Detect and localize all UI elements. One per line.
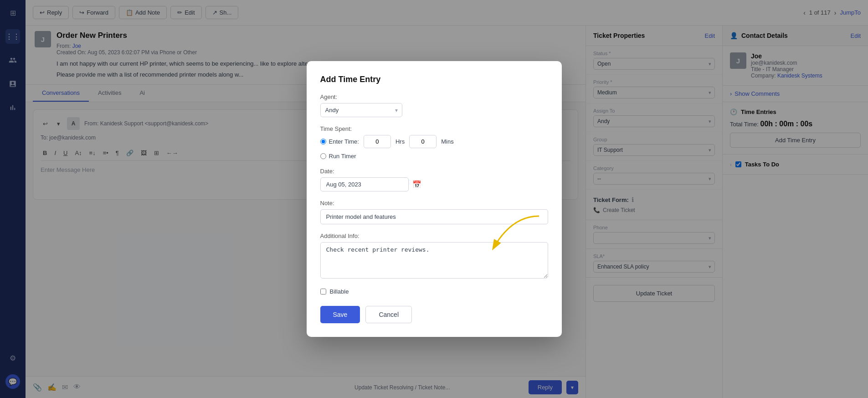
additional-info-label: Additional Info: <box>320 233 548 239</box>
additional-info-textarea[interactable]: Check recent printer reviews. <box>320 242 548 279</box>
cancel-button[interactable]: Cancel <box>365 306 412 323</box>
date-input[interactable] <box>320 177 409 191</box>
mins-label: Mins <box>441 138 453 145</box>
save-button[interactable]: Save <box>320 306 360 323</box>
note-input[interactable] <box>320 209 548 224</box>
additional-info-field: Additional Info: Check recent printer re… <box>320 233 548 280</box>
date-label: Date: <box>320 168 548 175</box>
enter-time-row: Enter Time: Hrs Mins <box>320 135 548 148</box>
note-field: Note: <box>320 200 548 224</box>
run-timer-radio[interactable] <box>320 153 326 159</box>
hours-input[interactable] <box>364 135 391 148</box>
app-wrapper: ⊞ ⋮⋮ ⚙ 💬 ↩ Reply ↪ Forward 📋 <box>0 0 868 398</box>
billable-field: Billable <box>320 288 548 295</box>
enter-time-radio-label[interactable]: Enter Time: <box>320 138 359 145</box>
agent-field: Agent: Andy John Sarah <box>320 93 548 117</box>
date-field: Date: 📅 <box>320 168 548 191</box>
enter-time-radio[interactable] <box>320 139 326 145</box>
agent-label: Agent: <box>320 93 548 100</box>
agent-select[interactable]: Andy John Sarah <box>320 103 402 117</box>
add-time-entry-modal: Add Time Entry Agent: Andy John Sarah Ti… <box>307 61 562 337</box>
modal-overlay: Add Time Entry Agent: Andy John Sarah Ti… <box>0 0 868 398</box>
modal-footer: Save Cancel <box>320 306 548 323</box>
billable-checkbox[interactable] <box>320 289 326 295</box>
run-timer-radio-label[interactable]: Run Timer <box>320 153 356 160</box>
note-label: Note: <box>320 200 548 207</box>
mins-input[interactable] <box>409 135 437 148</box>
run-timer-row: Run Timer <box>320 153 548 160</box>
time-spent-field: Time Spent: Enter Time: Hrs Mins Run Tim… <box>320 125 548 160</box>
billable-checkbox-label[interactable]: Billable <box>320 288 548 295</box>
calendar-icon-button[interactable]: 📅 <box>412 180 421 189</box>
time-spent-label: Time Spent: <box>320 125 548 132</box>
modal-title: Add Time Entry <box>320 75 548 84</box>
hrs-label: Hrs <box>395 138 405 145</box>
